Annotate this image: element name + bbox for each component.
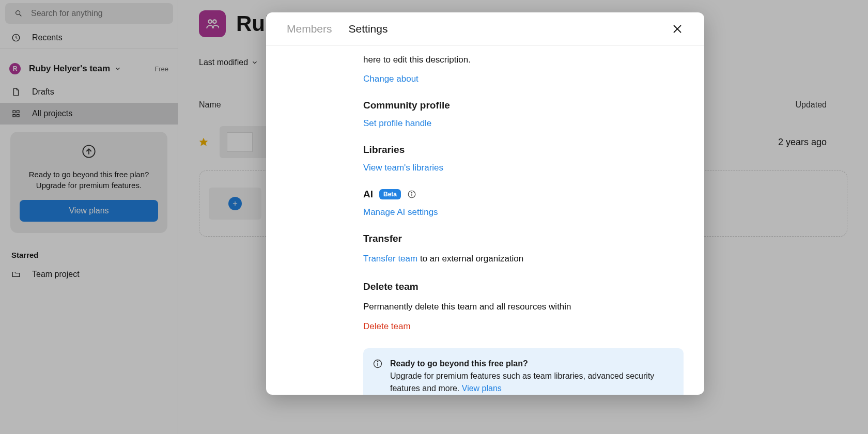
manage-ai-link[interactable]: Manage AI settings — [363, 207, 684, 218]
tab-settings[interactable]: Settings — [349, 23, 388, 35]
banner-view-plans-link[interactable]: View plans — [462, 384, 502, 393]
banner-body: Upgrade for premium features such as tea… — [390, 371, 654, 393]
svg-point-18 — [411, 192, 412, 193]
delete-text: Permanently delete this team and all res… — [363, 300, 684, 314]
delete-team-link[interactable]: Delete team — [363, 321, 684, 332]
set-profile-handle-link[interactable]: Set profile handle — [363, 118, 684, 129]
delete-heading: Delete team — [363, 281, 684, 292]
svg-point-21 — [377, 361, 378, 362]
tab-members[interactable]: Members — [287, 23, 332, 35]
about-truncated: here to edit this description. — [363, 53, 684, 67]
upgrade-banner: Ready to go beyond this free plan? Upgra… — [363, 348, 684, 395]
ai-heading: AI — [363, 189, 373, 200]
settings-modal: Members Settings here to edit this descr… — [266, 12, 704, 395]
view-libraries-link[interactable]: View team's libraries — [363, 163, 684, 173]
transfer-heading: Transfer — [363, 233, 684, 244]
libraries-heading: Libraries — [363, 144, 684, 156]
transfer-suffix: to an external organization — [417, 254, 523, 264]
beta-badge: Beta — [379, 189, 401, 199]
change-about-link[interactable]: Change about — [363, 74, 684, 84]
banner-title: Ready to go beyond this free plan? — [390, 359, 528, 368]
info-icon[interactable] — [407, 190, 416, 199]
info-icon — [373, 359, 383, 369]
transfer-team-link[interactable]: Transfer team — [363, 254, 417, 264]
close-icon[interactable] — [671, 23, 684, 35]
community-heading: Community profile — [363, 100, 684, 111]
